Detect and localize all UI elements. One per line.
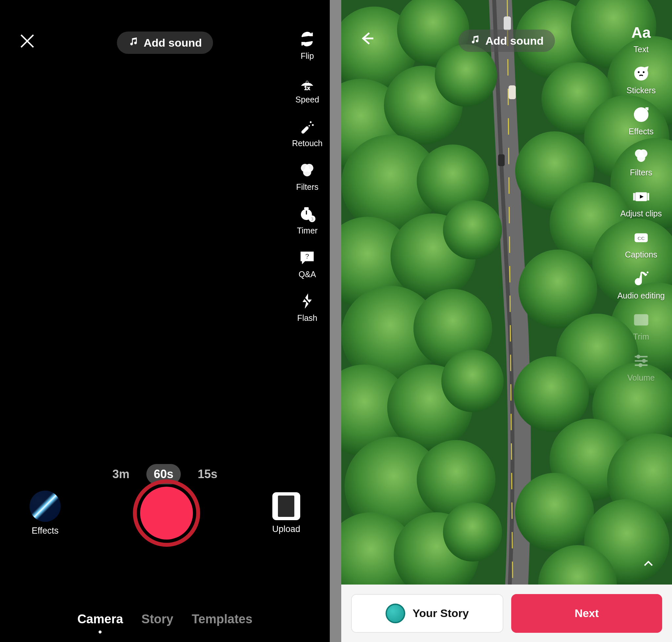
add-sound-label: Add sound [485,35,544,47]
volume-button[interactable]: Volume [628,351,655,383]
chevron-up-icon [642,566,655,572]
svg-point-39 [441,350,504,412]
qa-label: Q&A [299,270,316,279]
svg-point-6 [310,121,312,123]
tab-story[interactable]: Story [142,612,173,626]
speed-button[interactable]: 1x Speed [295,73,319,104]
svg-point-7 [312,125,314,126]
mode-tabs: Camera Story Templates [0,612,330,626]
your-story-label: Your Story [412,607,469,620]
captions-button[interactable]: CC Captions [625,228,657,259]
svg-text:CC: CC [637,235,645,241]
filters-label: Filters [296,182,318,192]
svg-point-44 [443,502,502,562]
edit-tools-rail: Aa Text Stickers Effects Filters [617,23,665,383]
svg-point-87 [642,359,646,363]
globe-icon [385,604,405,623]
collapse-tools-button[interactable] [642,557,658,573]
filters-icon [298,160,317,180]
your-story-button[interactable]: Your Story [351,594,503,633]
add-sound-label: Add sound [144,37,202,49]
timer-icon: 3 [298,204,317,223]
timer-label: Timer [297,226,318,235]
record-button[interactable] [133,479,200,547]
svg-rect-76 [633,193,635,200]
svg-point-80 [647,272,648,273]
add-sound-button[interactable]: Add sound [117,31,213,54]
back-arrow-icon [359,42,375,48]
svg-point-34 [443,200,502,259]
qa-button[interactable]: ? Q&A [298,248,317,279]
flip-icon [298,29,317,49]
tab-templates[interactable]: Templates [192,612,252,626]
captions-label: Captions [625,250,657,259]
captions-icon: CC [632,228,651,247]
text-label: Text [634,45,649,54]
music-note-icon [128,36,139,49]
svg-rect-5 [301,126,309,134]
edit-screen: Add sound Aa Text Stickers Effects [341,0,672,642]
svg-rect-81 [635,315,647,325]
upload-label: Upload [272,524,300,534]
effects-icon [632,105,651,124]
volume-label: Volume [628,373,655,383]
svg-point-29 [435,44,497,107]
svg-text:?: ? [305,252,309,260]
next-label: Next [575,607,599,620]
audio-editing-icon [632,269,651,288]
add-sound-button[interactable]: Add sound [458,29,555,52]
svg-point-57 [514,356,589,432]
adjust-clips-button[interactable]: Adjust clips [620,187,661,218]
audio-editing-button[interactable]: Audio editing [617,269,665,300]
filters-button[interactable]: Filters [630,146,652,177]
trim-button[interactable]: Trim [632,310,651,342]
tab-camera[interactable]: Camera [77,612,123,626]
upload-thumb-icon [272,492,300,520]
flip-button[interactable]: Flip [298,29,317,61]
filters-button[interactable]: Filters [296,160,318,192]
flash-button[interactable]: Flash [297,292,317,323]
svg-point-66 [637,71,640,73]
text-button[interactable]: Aa Text [632,23,651,54]
svg-rect-22 [504,16,511,30]
flip-label: Flip [301,51,314,61]
stickers-button[interactable]: Stickers [627,64,656,95]
flash-icon [298,292,317,311]
bottom-actions: Effects Upload [0,479,330,547]
retouch-icon [298,117,317,136]
svg-point-3 [306,81,308,84]
svg-rect-24 [498,154,505,166]
retouch-button[interactable]: Retouch [292,117,322,148]
svg-rect-75 [647,193,649,200]
next-button[interactable]: Next [511,594,662,633]
svg-rect-13 [304,207,309,209]
svg-text:1x: 1x [304,85,310,91]
effects-button[interactable]: Effects [29,491,61,536]
effects-button[interactable]: Effects [629,105,654,136]
music-note-icon [470,34,480,47]
svg-point-67 [643,71,645,73]
effects-thumb-icon [29,491,61,522]
svg-text:3: 3 [311,216,314,222]
svg-point-89 [638,363,642,367]
back-button[interactable] [359,30,379,50]
svg-point-79 [645,274,647,275]
svg-point-61 [515,473,594,552]
speed-icon: 1x [298,73,317,92]
timer-button[interactable]: 3 Timer [297,204,318,235]
stickers-label: Stickers [627,86,656,95]
flash-label: Flash [297,313,317,323]
record-core-icon [140,487,193,540]
trim-label: Trim [633,332,649,342]
close-button[interactable] [19,33,39,53]
close-icon [19,45,36,50]
svg-point-85 [636,355,640,359]
text-icon: Aa [632,23,651,42]
adjust-clips-icon [632,187,651,206]
svg-point-11 [304,168,312,176]
svg-rect-23 [509,85,516,99]
filters-label: Filters [630,168,652,177]
audio-editing-label: Audio editing [617,291,665,300]
upload-button[interactable]: Upload [272,492,300,534]
camera-screen: Add sound Flip 1x Speed Retouch [0,0,330,642]
